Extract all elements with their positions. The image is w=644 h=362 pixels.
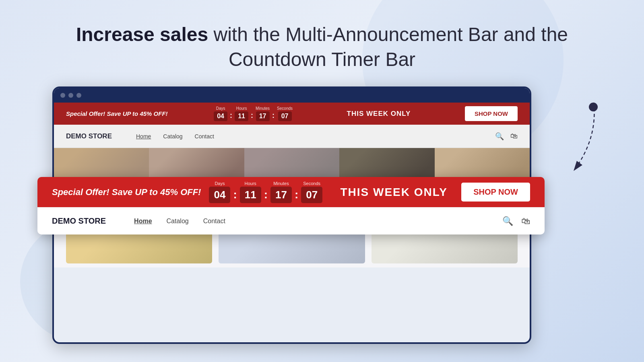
small-colon-3: :: [271, 111, 275, 120]
small-colon-1: :: [229, 111, 233, 120]
enlarged-nav: DEMO STORE Home Catalog Contact 🔍 🛍: [37, 207, 545, 234]
enlarged-announcement-bar: Special Offer! Save UP to 45% OFF! Days …: [37, 177, 545, 207]
small-seconds-value: 07: [278, 111, 292, 121]
browser-dot-3: [76, 93, 81, 98]
small-announcement-bar: Special Offer! Save UP to 45% OFF! Days …: [54, 103, 530, 125]
page-title-rest: with the Multi-Announcement Bar and theC…: [208, 24, 568, 70]
browser-dot-1: [60, 93, 65, 98]
enlarged-hours-label: Hours: [244, 181, 256, 186]
small-minutes-label: Minutes: [256, 106, 270, 111]
small-timer: Days 04 : Hours 11 : Minutes 17 : Second…: [214, 106, 293, 121]
browser-chrome: [54, 88, 530, 103]
page-header: Increase sales with the Multi-Announceme…: [0, 0, 644, 88]
enlarged-days-unit: Days 04: [209, 181, 230, 203]
enlarged-nav-catalog[interactable]: Catalog: [167, 218, 189, 225]
enlarged-store-logo: DEMO STORE: [52, 216, 106, 226]
cart-icon[interactable]: 🛍: [510, 132, 518, 141]
small-store-logo: DEMO STORE: [66, 132, 112, 140]
small-hours-label: Hours: [236, 106, 247, 111]
enlarged-seconds-unit: Seconds 07: [301, 181, 322, 203]
small-hours-unit: Hours 11: [235, 106, 248, 121]
small-colon-2: :: [250, 111, 254, 120]
small-seconds-unit: Seconds 07: [277, 106, 293, 121]
enlarged-shop-now-button[interactable]: SHOP NOW: [461, 183, 530, 202]
enlarged-bar: Special Offer! Save UP to 45% OFF! Days …: [37, 177, 545, 234]
enlarged-colon-3: :: [294, 188, 299, 201]
small-nav-contact[interactable]: Contact: [195, 133, 214, 140]
small-store-nav: DEMO STORE Home Catalog Contact 🔍 🛍: [54, 125, 530, 148]
browser-dot-2: [68, 93, 73, 98]
small-nav-home[interactable]: Home: [136, 133, 151, 140]
small-minutes-unit: Minutes 17: [256, 106, 270, 121]
small-minutes-value: 17: [256, 111, 270, 121]
enlarged-days-value: 04: [209, 187, 230, 203]
enlarged-minutes-unit: Minutes 17: [270, 181, 292, 203]
enlarged-days-label: Days: [215, 181, 225, 186]
enlarged-nav-home[interactable]: Home: [134, 218, 152, 225]
enlarged-nav-icons: 🔍 🛍: [502, 216, 530, 226]
enlarged-minutes-label: Minutes: [273, 181, 289, 186]
enlarged-nav-contact[interactable]: Contact: [203, 218, 225, 225]
enlarged-minutes-value: 17: [270, 187, 292, 203]
enlarged-seconds-value: 07: [301, 187, 322, 203]
small-nav-links: Home Catalog Contact: [136, 133, 495, 140]
small-hours-value: 11: [235, 111, 248, 121]
small-days-unit: Days 04: [214, 106, 227, 121]
small-days-label: Days: [216, 106, 225, 111]
small-nav-catalog[interactable]: Catalog: [163, 133, 182, 140]
enlarged-hours-unit: Hours 11: [240, 181, 261, 203]
enlarged-timer: Days 04 : Hours 11 : Minutes 17 : Second…: [209, 181, 322, 203]
enlarged-seconds-label: Seconds: [303, 181, 320, 186]
enlarged-hours-value: 11: [240, 187, 261, 203]
small-week-text: THIS WEEK ONLY: [347, 110, 411, 118]
enlarged-week-text: THIS WEEK ONLY: [339, 186, 449, 199]
enlarged-colon-1: :: [232, 188, 237, 201]
page-title: Increase sales with the Multi-Announceme…: [8, 22, 636, 72]
search-icon[interactable]: 🔍: [495, 132, 504, 141]
enlarged-offer-text: Special Offer! Save UP to 45% OFF!: [52, 187, 201, 197]
small-offer-text: Special Offer! Save UP to 45% OFF!: [66, 110, 168, 117]
enlarged-search-icon[interactable]: 🔍: [502, 216, 513, 226]
small-seconds-label: Seconds: [277, 106, 293, 111]
enlarged-cart-icon[interactable]: 🛍: [521, 216, 530, 226]
small-shop-now-button[interactable]: SHOP NOW: [465, 106, 518, 121]
small-days-value: 04: [214, 111, 227, 121]
small-nav-icons: 🔍 🛍: [495, 132, 518, 141]
dashed-arrow-svg: [561, 99, 602, 179]
enlarged-colon-2: :: [263, 188, 268, 201]
enlarged-nav-links: Home Catalog Contact: [134, 218, 225, 225]
page-title-bold: Increase sales: [76, 24, 208, 45]
